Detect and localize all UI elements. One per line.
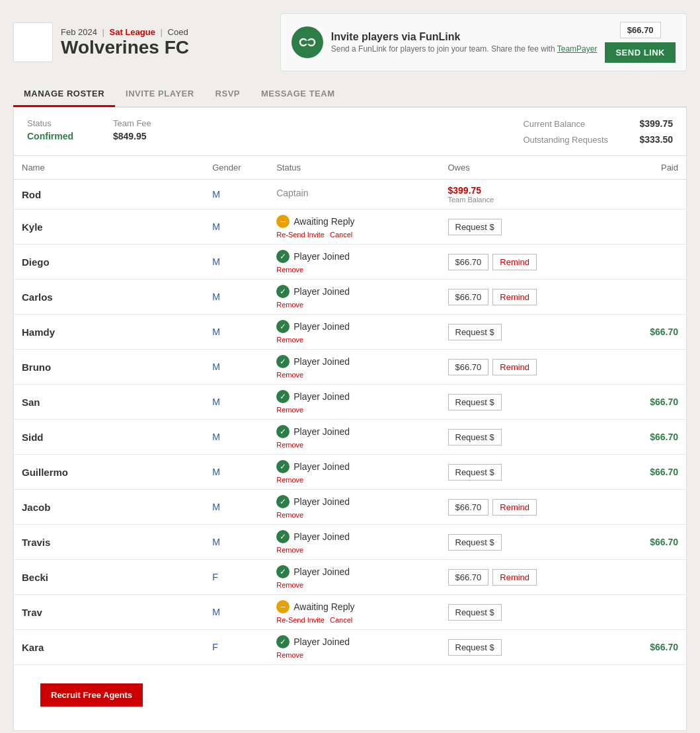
request-dollar-button[interactable]: Request $ [448,429,502,445]
amount-button[interactable]: $66.70 [448,499,489,516]
action-remove[interactable]: Remove [276,266,303,274]
joined-label: Player Joined [293,496,350,507]
joined-icon: ✓ [276,495,290,508]
request-dollar-button[interactable]: Request $ [448,604,502,621]
awaiting-icon: − [276,600,290,613]
meta-date: Feb 2024 [61,27,97,37]
tab-manage-roster[interactable]: MANAGE ROSTER [13,82,115,107]
action-remove[interactable]: Remove [276,301,303,309]
action-remove[interactable]: Remove [276,371,303,379]
tab-invite-player[interactable]: INVITE PLAYER [115,82,205,107]
joined-icon: ✓ [276,390,290,403]
joined-icon: ✓ [276,425,290,438]
player-owes: Request $ [440,210,591,245]
player-status: Captain [268,180,440,210]
player-gender: M [204,490,268,525]
awaiting-label: Awaiting Reply [293,216,354,227]
action-re-send-invite[interactable]: Re-Send Invite [276,616,325,624]
recruit-free-agents-button[interactable]: Recruit Free Agents [40,683,143,707]
joined-label: Player Joined [293,637,350,647]
action-remove[interactable]: Remove [276,336,303,344]
tab-rsvp[interactable]: RSVP [205,82,251,107]
joined-label: Player Joined [293,286,350,297]
player-name: Trav [14,595,204,630]
tab-message-team[interactable]: MESSAGE TEAM [251,82,345,107]
remind-button[interactable]: Remind [492,359,537,375]
teamfee-item: Team Fee $849.95 [113,118,151,141]
amount-button[interactable]: $66.70 [448,254,489,270]
request-dollar-button[interactable]: Request $ [448,394,502,410]
requests-label: Outstanding Requests [523,135,629,145]
header-left: Feb 2024 | Sat League | Coed Wolverines … [13,22,189,62]
player-name: Diego [14,245,204,280]
requests-row: Outstanding Requests $333.50 [523,134,673,145]
player-name: Becki [14,560,204,595]
awaiting-icon: − [276,215,290,228]
joined-icon: ✓ [276,565,290,578]
status-label: Status [27,118,73,128]
joined-label: Player Joined [293,321,350,332]
action-remove[interactable]: Remove [276,441,303,449]
player-status: ✓Player JoinedRemove [268,455,440,490]
player-status: ✓Player JoinedRemove [268,315,440,350]
amount-button[interactable]: $66.70 [448,359,489,375]
player-paid: $66.70 [591,420,686,455]
remind-button[interactable]: Remind [492,254,537,270]
table-row: JacobM✓Player JoinedRemove$66.70Remind [14,490,686,525]
player-owes: $66.70Remind [440,350,591,385]
funlink-title: Invite players via FunLink [331,31,598,43]
page-header: Feb 2024 | Sat League | Coed Wolverines … [13,13,687,71]
action-cancel[interactable]: Cancel [330,231,352,239]
joined-label: Player Joined [293,461,350,472]
table-row: HamdyM✓Player JoinedRemoveRequest $$66.7… [14,315,686,350]
player-owes: Request $ [440,455,591,490]
player-paid: $66.70 [591,455,686,490]
player-gender: M [204,525,268,560]
player-status: −Awaiting ReplyRe-Send InviteCancel [268,210,440,245]
roster-table: Name Gender Status Owes Paid RodMCaptain… [14,156,686,665]
action-remove[interactable]: Remove [276,546,303,554]
player-gender: M [204,180,268,210]
action-remove[interactable]: Remove [276,581,303,589]
player-name: Hamdy [14,315,204,350]
player-gender: M [204,245,268,280]
col-name: Name [14,156,204,180]
amount-button[interactable]: $66.70 [448,289,489,305]
table-row: TravisM✓Player JoinedRemoveRequest $$66.… [14,525,686,560]
player-status: ✓Player JoinedRemove [268,280,440,315]
remind-button[interactable]: Remind [492,499,537,516]
player-gender: M [204,595,268,630]
action-re-send-invite[interactable]: Re-Send Invite [276,231,325,239]
player-name: Rod [14,180,204,210]
request-dollar-button[interactable]: Request $ [448,219,502,235]
request-dollar-button[interactable]: Request $ [448,639,502,656]
joined-icon: ✓ [276,285,290,298]
requests-value: $333.50 [639,134,673,145]
player-name: Kara [14,630,204,665]
player-gender: F [204,560,268,595]
joined-label: Player Joined [293,426,350,437]
amount-button[interactable]: $66.70 [448,569,489,586]
player-name: Jacob [14,490,204,525]
action-remove[interactable]: Remove [276,511,303,519]
player-owes: $66.70Remind [440,490,591,525]
player-paid [591,280,686,315]
player-status: ✓Player JoinedRemove [268,560,440,595]
send-link-button[interactable]: SEND LINK [605,42,676,63]
table-row: GuillermoM✓Player JoinedRemoveRequest $$… [14,455,686,490]
request-dollar-button[interactable]: Request $ [448,534,502,551]
svg-rect-2 [303,41,311,44]
table-row: KyleM−Awaiting ReplyRe-Send InviteCancel… [14,210,686,245]
request-dollar-button[interactable]: Request $ [448,464,502,481]
action-remove[interactable]: Remove [276,651,303,659]
action-remove[interactable]: Remove [276,476,303,484]
remind-button[interactable]: Remind [492,289,537,305]
table-row: SiddM✓Player JoinedRemoveRequest $$66.70 [14,420,686,455]
action-cancel[interactable]: Cancel [330,616,352,624]
player-owes: $66.70Remind [440,280,591,315]
request-dollar-button[interactable]: Request $ [448,324,502,340]
player-owes: $399.75Team Balance [440,180,591,210]
remind-button[interactable]: Remind [492,569,537,586]
player-owes: Request $ [440,385,591,420]
action-remove[interactable]: Remove [276,406,303,414]
